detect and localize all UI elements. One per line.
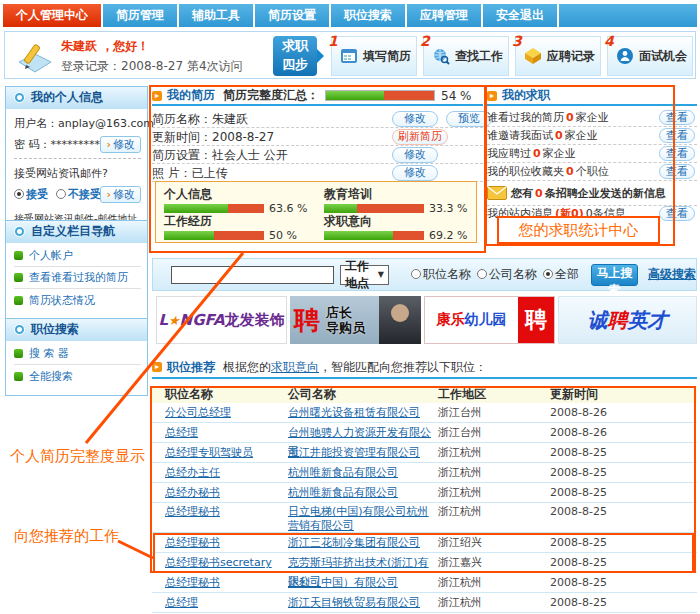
company-link[interactable]: 台州曙光设备租赁有限公司 bbox=[288, 406, 420, 419]
username-row: 用户名：anplay@163.com bbox=[14, 115, 141, 133]
sidebar-job-search-header: 职位搜索 bbox=[6, 319, 147, 341]
nav-item-tools[interactable]: 辅助工具 bbox=[179, 4, 255, 27]
ad-banner-kindergarten[interactable]: 康乐幼儿园 聘 bbox=[424, 296, 555, 344]
resume-photo-row: 照 片：已上传 修改 bbox=[152, 164, 483, 182]
work-exp-progress-bar bbox=[164, 231, 264, 240]
preview-resume-button[interactable]: 预览 bbox=[446, 111, 492, 127]
resume-name-row: 简历名称：朱建跃 修改 预览 bbox=[152, 110, 483, 128]
company-link[interactable]: 日立电梯(中国)有限公司杭州营销有限公司 bbox=[288, 505, 429, 532]
job-table-header: 职位名称 公司名称 工作地区 更新时间 bbox=[152, 386, 697, 403]
job-link[interactable]: 总经理 bbox=[165, 426, 198, 439]
nav-item-personal-center[interactable]: 个人管理中心 bbox=[3, 4, 103, 27]
sidebar-custom-nav: 自定义栏目导航 个人帐户 查看谁看过我的简历 简历状态情况 bbox=[5, 220, 148, 320]
location-dropdown[interactable]: 工作地点▼ bbox=[340, 265, 389, 285]
company-link[interactable]: 浙江天目钢铁贸易有限公司 bbox=[288, 596, 420, 609]
job-link[interactable]: 总经理秘书 bbox=[165, 536, 220, 549]
radio-company-name[interactable] bbox=[477, 269, 487, 279]
table-row: 总经理专职驾驶员 浙江井能投资管理有限公司 浙江杭州 2008-8-25 bbox=[152, 443, 697, 463]
keyword-input[interactable] bbox=[171, 266, 334, 284]
nav-item-apply-manage[interactable]: 应聘管理 bbox=[407, 4, 483, 27]
orange-bullet-icon: ▸ bbox=[487, 91, 497, 101]
resume-setting-row: 简历设置：社会人士 公开 修改 bbox=[152, 146, 483, 164]
table-row: 总经理 台州驰骋人力资源开发有限公司 浙江台州 2008-8-26 bbox=[152, 423, 697, 443]
greeting-text: 朱建跃 ，您好！ bbox=[61, 38, 149, 55]
login-record: 登录记录：2008-8-27 第4次访问 bbox=[61, 58, 243, 75]
sidebar-item-resume-status[interactable]: 简历状态情况 bbox=[14, 289, 141, 311]
table-row: 总经办秘书 杭州唯新食品有限公司 浙江杭州 2008-8-25 bbox=[152, 483, 697, 503]
record-cube-icon bbox=[524, 47, 542, 65]
quick-search-bar: 工作地点▼ 职位名称 公司名称 全部 马上搜索 高级搜索 bbox=[152, 258, 697, 291]
company-link[interactable]: 达利（中国）有限公司 bbox=[288, 576, 398, 589]
green-bullet-icon bbox=[14, 349, 23, 358]
step-find-job[interactable]: 2 查找工作 bbox=[423, 36, 509, 76]
sidebar-item-who-viewed-resume[interactable]: 查看谁看过我的简历 bbox=[14, 267, 141, 289]
job-intention-link[interactable]: 求职意向 bbox=[271, 360, 319, 374]
modify-resume-name-button[interactable]: 修改 bbox=[392, 111, 438, 127]
accept-radio[interactable] bbox=[14, 189, 24, 199]
job-link[interactable]: 总经理 bbox=[165, 596, 198, 609]
modify-password-button[interactable]: ›修改 bbox=[100, 136, 141, 153]
job-link[interactable]: 总经理专职驾驶员 bbox=[165, 446, 253, 459]
bullet-circle-icon bbox=[14, 226, 25, 237]
section-education: 教育培训 33.3 % bbox=[324, 187, 474, 215]
step-number: 1 bbox=[328, 33, 338, 49]
step-number: 3 bbox=[512, 33, 522, 49]
annotation-resume-note: 个人简历完整度显示 bbox=[10, 447, 145, 466]
inbox-row: 我的站内消息(新0)0条信息 查看 bbox=[487, 205, 697, 221]
viewed-resume-row: 谁看过我的简历0家企业 查看 bbox=[487, 109, 697, 127]
view-viewed-resume-button[interactable]: 查看 bbox=[659, 110, 695, 125]
view-favorites-button[interactable]: 查看 bbox=[659, 164, 695, 179]
job-link[interactable]: 总经办主任 bbox=[165, 466, 220, 479]
job-link[interactable]: 总经理秘书 bbox=[165, 576, 220, 589]
green-bullet-icon bbox=[14, 251, 23, 260]
step-interview-chance[interactable]: 4 面试机会 bbox=[607, 36, 693, 76]
radio-all[interactable] bbox=[543, 269, 553, 279]
view-inbox-button[interactable]: 查看 bbox=[659, 206, 695, 221]
job-link[interactable]: 总经办秘书 bbox=[165, 486, 220, 499]
ad-banner-recruit-talent[interactable]: 诚聘英才 bbox=[558, 296, 697, 344]
job-link[interactable]: 总经理秘书 bbox=[165, 505, 220, 518]
modify-photo-button[interactable]: 修改 bbox=[392, 165, 438, 181]
completeness-percent: 54 % bbox=[441, 89, 472, 103]
step-number: 4 bbox=[604, 33, 614, 49]
newsletter-choice-row: 接受 不接受 ›修改 bbox=[14, 186, 141, 204]
sidebar-item-searcher[interactable]: 搜 索 器 bbox=[14, 343, 141, 365]
refresh-resume-button[interactable]: 刷新简历 bbox=[392, 129, 448, 145]
advanced-search-link[interactable]: 高级搜索 bbox=[648, 266, 696, 283]
nav-item-resume-settings[interactable]: 简历设置 bbox=[255, 4, 331, 27]
ad-banner-longfa[interactable]: L★NGFA 龙发装饰 bbox=[156, 296, 287, 344]
modify-newsletter-button[interactable]: ›修改 bbox=[100, 186, 141, 203]
step-label: 应聘记录 bbox=[547, 48, 595, 65]
job-link[interactable]: 总经理秘书secretary bbox=[165, 556, 272, 569]
edit-note-icon bbox=[17, 40, 53, 74]
my-resume-header: ▸ 我的简历 简历完整度汇总： 54 % bbox=[152, 87, 483, 106]
company-link[interactable]: 浙江三花制冷集团有限公司 bbox=[288, 536, 420, 549]
radio-job-name[interactable] bbox=[411, 269, 421, 279]
step-label: 面试机会 bbox=[639, 48, 687, 65]
nav-item-job-search[interactable]: 职位搜索 bbox=[331, 4, 407, 27]
table-row: 总经理秘书 浙江三花制冷集团有限公司 浙江绍兴 2008-8-25 bbox=[152, 533, 697, 553]
view-applied-button[interactable]: 查看 bbox=[659, 146, 695, 161]
company-link[interactable]: 浙江井能投资管理有限公司 bbox=[288, 446, 420, 459]
company-link[interactable]: 杭州唯新食品有限公司 bbox=[288, 466, 398, 479]
view-invited-button[interactable]: 查看 bbox=[659, 128, 695, 143]
sidebar-custom-nav-header: 自定义栏目导航 bbox=[6, 221, 147, 243]
nav-item-logout[interactable]: 安全退出 bbox=[483, 4, 559, 27]
welcome-bar: 朱建跃 ，您好！ 登录记录：2008-8-27 第4次访问 求职 四步 1 填写… bbox=[4, 31, 696, 79]
sidebar-item-personal-account[interactable]: 个人帐户 bbox=[14, 245, 141, 267]
sidebar-item-omni-search[interactable]: 全能搜索 bbox=[14, 365, 141, 387]
step-fill-resume[interactable]: 1 填写简历 bbox=[331, 36, 417, 76]
step-apply-record[interactable]: 3 应聘记录 bbox=[515, 36, 601, 76]
green-bullet-icon bbox=[14, 296, 23, 305]
calendar-icon bbox=[340, 47, 358, 65]
company-link[interactable]: 杭州唯新食品有限公司 bbox=[288, 486, 398, 499]
job-link[interactable]: 分公司总经理 bbox=[165, 406, 231, 419]
modify-resume-setting-button[interactable]: 修改 bbox=[392, 147, 438, 163]
ad-banner-shop-manager[interactable]: 聘 店长导购员 bbox=[290, 296, 421, 344]
reject-radio[interactable] bbox=[56, 189, 66, 199]
ad-photo bbox=[379, 296, 421, 344]
search-now-button[interactable]: 马上搜索 bbox=[591, 264, 638, 286]
nav-item-resume-manage[interactable]: 简历管理 bbox=[103, 4, 179, 27]
table-row: 总经理 浙江天目钢铁贸易有限公司 浙江杭州 2008-8-25 bbox=[152, 593, 697, 613]
resume-update-row: 更新时间：2008-8-27 刷新简历 bbox=[152, 128, 483, 146]
